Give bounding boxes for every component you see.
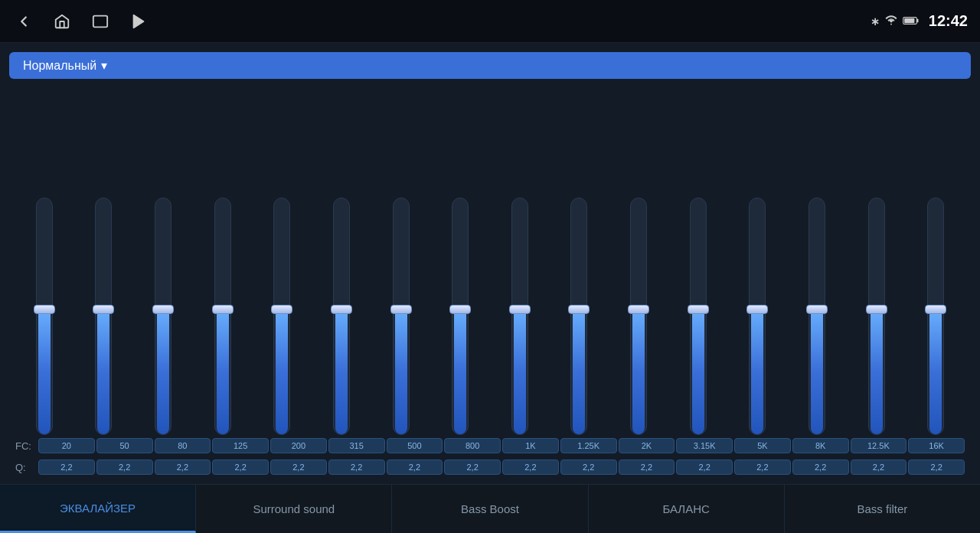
slider-handle-0[interactable] [34, 305, 55, 314]
slider-handle-8[interactable] [509, 305, 531, 314]
fc-badge-10[interactable]: 2K [619, 438, 675, 453]
slider-track-7[interactable] [452, 198, 469, 435]
q-badge-14[interactable]: 2,2 [851, 459, 907, 475]
slider-col-10[interactable] [609, 198, 668, 435]
slider-track-10[interactable] [630, 198, 647, 435]
slider-track-1[interactable] [95, 198, 112, 435]
slider-col-1[interactable] [75, 198, 133, 435]
slider-handle-14[interactable] [866, 305, 887, 314]
slider-col-3[interactable] [194, 198, 252, 435]
slider-track-15[interactable] [927, 198, 944, 435]
fc-row: FC: 2050801252003155008001K1.25K2K3.15K5… [9, 435, 971, 456]
slider-col-4[interactable] [253, 198, 312, 435]
wifi-icon [884, 15, 898, 28]
slider-handle-6[interactable] [390, 305, 412, 314]
slider-col-11[interactable] [669, 198, 727, 435]
slider-col-0[interactable] [15, 198, 74, 435]
slider-handle-12[interactable] [746, 305, 768, 314]
q-badge-11[interactable]: 2,2 [676, 459, 733, 475]
q-badge-5[interactable]: 2,2 [328, 459, 385, 475]
play-button[interactable] [127, 10, 150, 33]
slider-track-3[interactable] [214, 198, 231, 435]
slider-track-11[interactable] [690, 198, 707, 435]
fc-badge-13[interactable]: 8K [792, 438, 849, 453]
sliders-container [9, 87, 971, 435]
tab-bar: ЭКВАЛАЙЗЕРSurround soundBass BoostБАЛАНС… [0, 484, 980, 533]
fc-badge-12[interactable]: 5K [734, 438, 791, 453]
fc-badge-7[interactable]: 800 [444, 438, 501, 453]
slider-col-7[interactable] [431, 198, 489, 435]
slider-track-12[interactable] [749, 198, 766, 435]
slider-col-15[interactable] [906, 198, 965, 435]
fc-badge-6[interactable]: 500 [387, 438, 443, 453]
tab-surround-sound[interactable]: Surround sound [196, 485, 392, 533]
svg-rect-3 [916, 18, 918, 21]
slider-handle-2[interactable] [152, 305, 174, 314]
slider-handle-7[interactable] [449, 305, 471, 314]
q-badge-4[interactable]: 2,2 [270, 459, 327, 475]
q-badge-0[interactable]: 2,2 [38, 459, 95, 475]
slider-track-2[interactable] [155, 198, 172, 435]
slider-col-12[interactable] [729, 198, 787, 435]
q-label: Q: [15, 462, 37, 473]
back-button[interactable] [12, 10, 35, 33]
slider-handle-5[interactable] [331, 305, 352, 314]
slider-handle-15[interactable] [925, 305, 946, 314]
slider-col-8[interactable] [491, 198, 549, 435]
slider-handle-10[interactable] [628, 305, 649, 314]
status-icons: ∗ [871, 15, 920, 28]
q-badge-15[interactable]: 2,2 [908, 459, 965, 475]
slider-col-9[interactable] [550, 198, 609, 435]
slider-track-14[interactable] [868, 198, 885, 435]
fc-values: 2050801252003155008001K1.25K2K3.15K5K8K1… [38, 438, 965, 453]
slider-handle-4[interactable] [271, 305, 292, 314]
fc-badge-8[interactable]: 1K [502, 438, 559, 453]
fc-badge-5[interactable]: 315 [328, 438, 385, 453]
slider-handle-9[interactable] [568, 305, 590, 314]
nav-buttons [12, 10, 150, 33]
slider-handle-11[interactable] [688, 305, 709, 314]
q-badge-6[interactable]: 2,2 [387, 459, 443, 475]
q-badge-10[interactable]: 2,2 [619, 459, 675, 475]
slider-handle-13[interactable] [806, 305, 828, 314]
q-badge-8[interactable]: 2,2 [502, 459, 559, 475]
fc-badge-15[interactable]: 16K [908, 438, 965, 453]
screen-button[interactable] [89, 10, 112, 33]
slider-track-8[interactable] [511, 198, 528, 435]
fc-badge-2[interactable]: 80 [155, 438, 211, 453]
slider-col-6[interactable] [372, 198, 430, 435]
q-badge-13[interactable]: 2,2 [792, 459, 849, 475]
slider-track-9[interactable] [570, 198, 587, 435]
slider-track-0[interactable] [36, 198, 53, 435]
home-button[interactable] [51, 10, 74, 33]
slider-col-5[interactable] [312, 198, 371, 435]
tab-bass-filter[interactable]: Bass filter [785, 485, 980, 533]
q-badge-12[interactable]: 2,2 [734, 459, 791, 475]
fc-badge-1[interactable]: 50 [96, 438, 153, 453]
slider-col-14[interactable] [848, 198, 906, 435]
q-badge-2[interactable]: 2,2 [155, 459, 211, 475]
slider-track-6[interactable] [393, 198, 410, 435]
slider-track-5[interactable] [333, 198, 350, 435]
tab-эквалайзер[interactable]: ЭКВАЛАЙЗЕР [0, 485, 196, 533]
q-badge-3[interactable]: 2,2 [212, 459, 269, 475]
slider-track-13[interactable] [808, 198, 825, 435]
slider-col-2[interactable] [134, 198, 192, 435]
fc-badge-0[interactable]: 20 [38, 438, 95, 453]
slider-handle-3[interactable] [212, 305, 234, 314]
q-badge-9[interactable]: 2,2 [560, 459, 617, 475]
slider-track-4[interactable] [273, 198, 290, 435]
q-badge-7[interactable]: 2,2 [444, 459, 501, 475]
preset-dropdown-button[interactable]: Нормальный ▾ [9, 52, 971, 79]
slider-col-13[interactable] [788, 198, 846, 435]
status-area: ∗ 12:42 [871, 12, 968, 30]
tab-баланс[interactable]: БАЛАНС [589, 485, 785, 533]
tab-bass-boost[interactable]: Bass Boost [392, 485, 588, 533]
fc-badge-11[interactable]: 3.15K [676, 438, 733, 453]
q-badge-1[interactable]: 2,2 [96, 459, 153, 475]
fc-badge-4[interactable]: 200 [270, 438, 327, 453]
fc-badge-14[interactable]: 12.5K [851, 438, 907, 453]
fc-badge-9[interactable]: 1.25K [560, 438, 617, 453]
slider-handle-1[interactable] [93, 305, 114, 314]
fc-badge-3[interactable]: 125 [212, 438, 269, 453]
